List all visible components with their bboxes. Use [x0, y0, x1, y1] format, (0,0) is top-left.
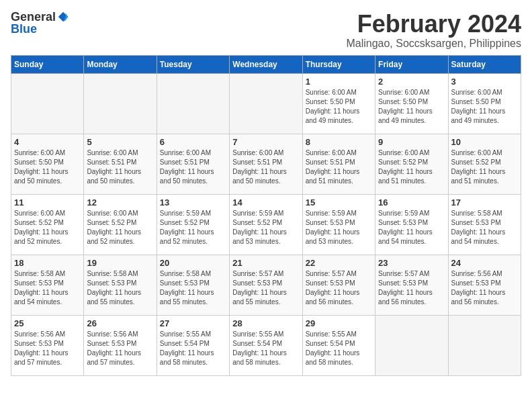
- location-title: Malingao, Soccsksargen, Philippines: [346, 38, 521, 50]
- cell-info: Sunrise: 6:00 AM Sunset: 5:52 PM Dayligh…: [87, 209, 153, 246]
- week-row-1: 1Sunrise: 6:00 AM Sunset: 5:50 PM Daylig…: [11, 73, 521, 134]
- day-number: 7: [232, 137, 299, 147]
- calendar-cell: 9Sunrise: 6:00 AM Sunset: 5:52 PM Daylig…: [375, 134, 448, 194]
- cell-info: Sunrise: 5:59 AM Sunset: 5:52 PM Dayligh…: [160, 209, 226, 246]
- calendar-cell: 15Sunrise: 5:59 AM Sunset: 5:53 PM Dayli…: [302, 194, 375, 255]
- month-title: February 2024: [346, 11, 521, 38]
- calendar-cell: 24Sunrise: 5:56 AM Sunset: 5:53 PM Dayli…: [448, 255, 521, 315]
- calendar-cell: 22Sunrise: 5:57 AM Sunset: 5:53 PM Dayli…: [302, 255, 375, 315]
- day-number: 22: [306, 258, 372, 268]
- cell-info: Sunrise: 6:00 AM Sunset: 5:50 PM Dayligh…: [451, 88, 518, 126]
- cell-info: Sunrise: 6:00 AM Sunset: 5:51 PM Dayligh…: [87, 148, 153, 186]
- calendar-cell: 18Sunrise: 5:58 AM Sunset: 5:53 PM Dayli…: [11, 255, 84, 315]
- calendar-cell: 1Sunrise: 6:00 AM Sunset: 5:50 PM Daylig…: [302, 73, 375, 134]
- cell-info: Sunrise: 6:00 AM Sunset: 5:51 PM Dayligh…: [306, 148, 372, 186]
- cell-info: Sunrise: 5:58 AM Sunset: 5:53 PM Dayligh…: [451, 209, 518, 246]
- cell-info: Sunrise: 5:58 AM Sunset: 5:53 PM Dayligh…: [87, 269, 153, 307]
- calendar-cell: 7Sunrise: 6:00 AM Sunset: 5:51 PM Daylig…: [230, 134, 302, 194]
- col-header-thursday: Thursday: [302, 55, 375, 73]
- cell-info: Sunrise: 6:00 AM Sunset: 5:52 PM Dayligh…: [14, 209, 81, 246]
- calendar-cell: [230, 73, 302, 134]
- cell-info: Sunrise: 6:00 AM Sunset: 5:50 PM Dayligh…: [14, 148, 81, 186]
- calendar-cell: [84, 73, 157, 134]
- calendar-cell: 28Sunrise: 5:55 AM Sunset: 5:54 PM Dayli…: [230, 315, 302, 375]
- day-number: 8: [306, 137, 372, 147]
- day-number: 16: [378, 197, 445, 208]
- cell-info: Sunrise: 5:56 AM Sunset: 5:53 PM Dayligh…: [451, 269, 518, 307]
- day-number: 1: [306, 77, 372, 87]
- cell-info: Sunrise: 6:00 AM Sunset: 5:50 PM Dayligh…: [378, 88, 445, 126]
- day-number: 9: [378, 137, 445, 147]
- week-row-4: 18Sunrise: 5:58 AM Sunset: 5:53 PM Dayli…: [11, 255, 521, 315]
- cell-info: Sunrise: 5:55 AM Sunset: 5:54 PM Dayligh…: [306, 330, 372, 367]
- calendar-cell: 16Sunrise: 5:59 AM Sunset: 5:53 PM Dayli…: [375, 194, 448, 255]
- logo-blue-text: Blue: [11, 23, 37, 35]
- calendar-cell: [157, 73, 229, 134]
- cell-info: Sunrise: 5:55 AM Sunset: 5:54 PM Dayligh…: [232, 330, 299, 367]
- calendar-cell: 25Sunrise: 5:56 AM Sunset: 5:53 PM Dayli…: [11, 315, 84, 375]
- calendar-cell: 8Sunrise: 6:00 AM Sunset: 5:51 PM Daylig…: [302, 134, 375, 194]
- cell-info: Sunrise: 5:56 AM Sunset: 5:53 PM Dayligh…: [87, 330, 153, 367]
- day-number: 6: [160, 137, 226, 147]
- calendar-cell: 29Sunrise: 5:55 AM Sunset: 5:54 PM Dayli…: [302, 315, 375, 375]
- day-number: 23: [378, 258, 445, 268]
- day-number: 4: [14, 137, 81, 147]
- day-number: 15: [306, 197, 372, 208]
- day-number: 5: [87, 137, 153, 147]
- cell-info: Sunrise: 5:56 AM Sunset: 5:53 PM Dayligh…: [14, 330, 81, 367]
- day-number: 28: [232, 318, 299, 328]
- cell-info: Sunrise: 6:00 AM Sunset: 5:52 PM Dayligh…: [451, 148, 518, 186]
- calendar-cell: 11Sunrise: 6:00 AM Sunset: 5:52 PM Dayli…: [11, 194, 84, 255]
- calendar-cell: 26Sunrise: 5:56 AM Sunset: 5:53 PM Dayli…: [84, 315, 157, 375]
- day-number: 13: [160, 197, 226, 208]
- calendar-cell: 2Sunrise: 6:00 AM Sunset: 5:50 PM Daylig…: [375, 73, 448, 134]
- cell-info: Sunrise: 6:00 AM Sunset: 5:51 PM Dayligh…: [160, 148, 226, 186]
- cell-info: Sunrise: 5:59 AM Sunset: 5:53 PM Dayligh…: [378, 209, 445, 246]
- calendar-cell: 10Sunrise: 6:00 AM Sunset: 5:52 PM Dayli…: [448, 134, 521, 194]
- calendar-cell: 17Sunrise: 5:58 AM Sunset: 5:53 PM Dayli…: [448, 194, 521, 255]
- cell-info: Sunrise: 5:57 AM Sunset: 5:53 PM Dayligh…: [306, 269, 372, 307]
- col-header-monday: Monday: [84, 55, 157, 73]
- calendar-cell: [375, 315, 448, 375]
- cell-info: Sunrise: 5:59 AM Sunset: 5:53 PM Dayligh…: [306, 209, 372, 246]
- day-number: 20: [160, 258, 226, 268]
- day-number: 26: [87, 318, 153, 328]
- calendar-cell: 6Sunrise: 6:00 AM Sunset: 5:51 PM Daylig…: [157, 134, 229, 194]
- title-block: February 2024 Malingao, Soccsksargen, Ph…: [346, 11, 521, 50]
- calendar-table: SundayMondayTuesdayWednesdayThursdayFrid…: [11, 55, 521, 376]
- calendar-cell: 4Sunrise: 6:00 AM Sunset: 5:50 PM Daylig…: [11, 134, 84, 194]
- cell-info: Sunrise: 5:57 AM Sunset: 5:53 PM Dayligh…: [232, 269, 299, 307]
- cell-info: Sunrise: 5:58 AM Sunset: 5:53 PM Dayligh…: [160, 269, 226, 307]
- page-header: General Blue February 2024 Malingao, Soc…: [11, 11, 521, 50]
- calendar-cell: 20Sunrise: 5:58 AM Sunset: 5:53 PM Dayli…: [157, 255, 229, 315]
- day-number: 27: [160, 318, 226, 328]
- calendar-cell: 14Sunrise: 5:59 AM Sunset: 5:52 PM Dayli…: [230, 194, 302, 255]
- day-number: 3: [451, 77, 518, 87]
- calendar-cell: 27Sunrise: 5:55 AM Sunset: 5:54 PM Dayli…: [157, 315, 229, 375]
- day-number: 14: [232, 197, 299, 208]
- day-number: 11: [14, 197, 81, 208]
- day-number: 2: [378, 77, 445, 87]
- cell-info: Sunrise: 5:58 AM Sunset: 5:53 PM Dayligh…: [14, 269, 81, 307]
- col-header-sunday: Sunday: [11, 55, 84, 73]
- cell-info: Sunrise: 5:57 AM Sunset: 5:53 PM Dayligh…: [378, 269, 445, 307]
- cell-info: Sunrise: 6:00 AM Sunset: 5:50 PM Dayligh…: [306, 88, 372, 126]
- day-number: 12: [87, 197, 153, 208]
- calendar-cell: 13Sunrise: 5:59 AM Sunset: 5:52 PM Dayli…: [157, 194, 229, 255]
- calendar-cell: 23Sunrise: 5:57 AM Sunset: 5:53 PM Dayli…: [375, 255, 448, 315]
- day-number: 10: [451, 137, 518, 147]
- day-number: 19: [87, 258, 153, 268]
- calendar-cell: 12Sunrise: 6:00 AM Sunset: 5:52 PM Dayli…: [84, 194, 157, 255]
- col-header-tuesday: Tuesday: [157, 55, 229, 73]
- cell-info: Sunrise: 6:00 AM Sunset: 5:51 PM Dayligh…: [232, 148, 299, 186]
- cell-info: Sunrise: 6:00 AM Sunset: 5:52 PM Dayligh…: [378, 148, 445, 186]
- col-header-saturday: Saturday: [448, 55, 521, 73]
- cell-info: Sunrise: 5:55 AM Sunset: 5:54 PM Dayligh…: [160, 330, 226, 367]
- day-number: 21: [232, 258, 299, 268]
- day-number: 29: [306, 318, 372, 328]
- week-row-5: 25Sunrise: 5:56 AM Sunset: 5:53 PM Dayli…: [11, 315, 521, 375]
- col-header-wednesday: Wednesday: [230, 55, 302, 73]
- calendar-cell: 21Sunrise: 5:57 AM Sunset: 5:53 PM Dayli…: [230, 255, 302, 315]
- week-row-3: 11Sunrise: 6:00 AM Sunset: 5:52 PM Dayli…: [11, 194, 521, 255]
- calendar-cell: 19Sunrise: 5:58 AM Sunset: 5:53 PM Dayli…: [84, 255, 157, 315]
